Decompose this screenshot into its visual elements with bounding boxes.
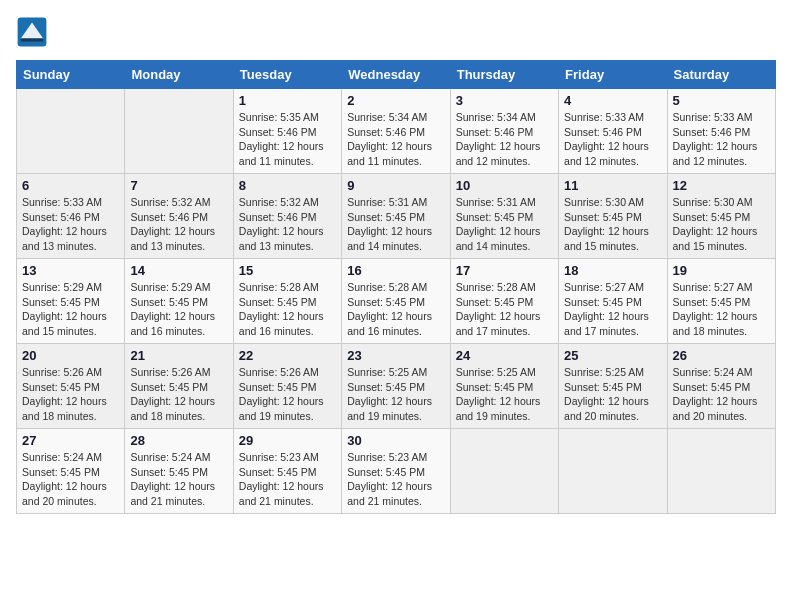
day-number: 1 xyxy=(239,93,336,108)
day-number: 30 xyxy=(347,433,444,448)
header xyxy=(16,16,776,48)
cell-content: Sunrise: 5:30 AM Sunset: 5:45 PM Dayligh… xyxy=(673,195,770,254)
calendar-cell: 3Sunrise: 5:34 AM Sunset: 5:46 PM Daylig… xyxy=(450,89,558,174)
cell-content: Sunrise: 5:28 AM Sunset: 5:45 PM Dayligh… xyxy=(239,280,336,339)
calendar-cell: 5Sunrise: 5:33 AM Sunset: 5:46 PM Daylig… xyxy=(667,89,775,174)
cell-content: Sunrise: 5:33 AM Sunset: 5:46 PM Dayligh… xyxy=(564,110,661,169)
calendar-cell: 24Sunrise: 5:25 AM Sunset: 5:45 PM Dayli… xyxy=(450,344,558,429)
day-number: 15 xyxy=(239,263,336,278)
day-number: 10 xyxy=(456,178,553,193)
day-number: 6 xyxy=(22,178,119,193)
calendar-cell: 6Sunrise: 5:33 AM Sunset: 5:46 PM Daylig… xyxy=(17,174,125,259)
cell-content: Sunrise: 5:28 AM Sunset: 5:45 PM Dayligh… xyxy=(456,280,553,339)
calendar-cell xyxy=(125,89,233,174)
day-number: 16 xyxy=(347,263,444,278)
weekday-header-monday: Monday xyxy=(125,61,233,89)
day-number: 22 xyxy=(239,348,336,363)
calendar-cell xyxy=(667,429,775,514)
cell-content: Sunrise: 5:31 AM Sunset: 5:45 PM Dayligh… xyxy=(456,195,553,254)
cell-content: Sunrise: 5:27 AM Sunset: 5:45 PM Dayligh… xyxy=(564,280,661,339)
cell-content: Sunrise: 5:24 AM Sunset: 5:45 PM Dayligh… xyxy=(22,450,119,509)
day-number: 5 xyxy=(673,93,770,108)
calendar-cell: 7Sunrise: 5:32 AM Sunset: 5:46 PM Daylig… xyxy=(125,174,233,259)
cell-content: Sunrise: 5:24 AM Sunset: 5:45 PM Dayligh… xyxy=(673,365,770,424)
cell-content: Sunrise: 5:26 AM Sunset: 5:45 PM Dayligh… xyxy=(22,365,119,424)
calendar-week-row: 6Sunrise: 5:33 AM Sunset: 5:46 PM Daylig… xyxy=(17,174,776,259)
cell-content: Sunrise: 5:31 AM Sunset: 5:45 PM Dayligh… xyxy=(347,195,444,254)
day-number: 18 xyxy=(564,263,661,278)
calendar-cell: 2Sunrise: 5:34 AM Sunset: 5:46 PM Daylig… xyxy=(342,89,450,174)
cell-content: Sunrise: 5:34 AM Sunset: 5:46 PM Dayligh… xyxy=(456,110,553,169)
calendar-cell: 17Sunrise: 5:28 AM Sunset: 5:45 PM Dayli… xyxy=(450,259,558,344)
calendar-cell: 26Sunrise: 5:24 AM Sunset: 5:45 PM Dayli… xyxy=(667,344,775,429)
cell-content: Sunrise: 5:26 AM Sunset: 5:45 PM Dayligh… xyxy=(239,365,336,424)
calendar-cell: 13Sunrise: 5:29 AM Sunset: 5:45 PM Dayli… xyxy=(17,259,125,344)
calendar-cell: 16Sunrise: 5:28 AM Sunset: 5:45 PM Dayli… xyxy=(342,259,450,344)
cell-content: Sunrise: 5:26 AM Sunset: 5:45 PM Dayligh… xyxy=(130,365,227,424)
calendar-cell: 14Sunrise: 5:29 AM Sunset: 5:45 PM Dayli… xyxy=(125,259,233,344)
calendar-cell: 30Sunrise: 5:23 AM Sunset: 5:45 PM Dayli… xyxy=(342,429,450,514)
calendar-cell: 4Sunrise: 5:33 AM Sunset: 5:46 PM Daylig… xyxy=(559,89,667,174)
calendar-cell: 19Sunrise: 5:27 AM Sunset: 5:45 PM Dayli… xyxy=(667,259,775,344)
cell-content: Sunrise: 5:32 AM Sunset: 5:46 PM Dayligh… xyxy=(130,195,227,254)
cell-content: Sunrise: 5:23 AM Sunset: 5:45 PM Dayligh… xyxy=(239,450,336,509)
day-number: 29 xyxy=(239,433,336,448)
cell-content: Sunrise: 5:25 AM Sunset: 5:45 PM Dayligh… xyxy=(456,365,553,424)
calendar-cell: 28Sunrise: 5:24 AM Sunset: 5:45 PM Dayli… xyxy=(125,429,233,514)
calendar-cell: 15Sunrise: 5:28 AM Sunset: 5:45 PM Dayli… xyxy=(233,259,341,344)
day-number: 3 xyxy=(456,93,553,108)
svg-rect-2 xyxy=(21,38,43,41)
calendar-cell: 29Sunrise: 5:23 AM Sunset: 5:45 PM Dayli… xyxy=(233,429,341,514)
cell-content: Sunrise: 5:29 AM Sunset: 5:45 PM Dayligh… xyxy=(130,280,227,339)
calendar-week-row: 1Sunrise: 5:35 AM Sunset: 5:46 PM Daylig… xyxy=(17,89,776,174)
logo-icon xyxy=(16,16,48,48)
cell-content: Sunrise: 5:33 AM Sunset: 5:46 PM Dayligh… xyxy=(673,110,770,169)
day-number: 8 xyxy=(239,178,336,193)
day-number: 7 xyxy=(130,178,227,193)
calendar-week-row: 13Sunrise: 5:29 AM Sunset: 5:45 PM Dayli… xyxy=(17,259,776,344)
day-number: 26 xyxy=(673,348,770,363)
calendar-cell: 18Sunrise: 5:27 AM Sunset: 5:45 PM Dayli… xyxy=(559,259,667,344)
day-number: 13 xyxy=(22,263,119,278)
cell-content: Sunrise: 5:32 AM Sunset: 5:46 PM Dayligh… xyxy=(239,195,336,254)
calendar-cell: 9Sunrise: 5:31 AM Sunset: 5:45 PM Daylig… xyxy=(342,174,450,259)
calendar-body: 1Sunrise: 5:35 AM Sunset: 5:46 PM Daylig… xyxy=(17,89,776,514)
cell-content: Sunrise: 5:23 AM Sunset: 5:45 PM Dayligh… xyxy=(347,450,444,509)
day-number: 27 xyxy=(22,433,119,448)
day-number: 23 xyxy=(347,348,444,363)
cell-content: Sunrise: 5:25 AM Sunset: 5:45 PM Dayligh… xyxy=(347,365,444,424)
cell-content: Sunrise: 5:25 AM Sunset: 5:45 PM Dayligh… xyxy=(564,365,661,424)
calendar-cell: 12Sunrise: 5:30 AM Sunset: 5:45 PM Dayli… xyxy=(667,174,775,259)
calendar-cell: 23Sunrise: 5:25 AM Sunset: 5:45 PM Dayli… xyxy=(342,344,450,429)
day-number: 2 xyxy=(347,93,444,108)
calendar-cell: 10Sunrise: 5:31 AM Sunset: 5:45 PM Dayli… xyxy=(450,174,558,259)
calendar-cell xyxy=(17,89,125,174)
calendar-cell xyxy=(559,429,667,514)
day-number: 17 xyxy=(456,263,553,278)
cell-content: Sunrise: 5:34 AM Sunset: 5:46 PM Dayligh… xyxy=(347,110,444,169)
calendar-week-row: 20Sunrise: 5:26 AM Sunset: 5:45 PM Dayli… xyxy=(17,344,776,429)
weekday-header-saturday: Saturday xyxy=(667,61,775,89)
logo xyxy=(16,16,52,48)
calendar-table: SundayMondayTuesdayWednesdayThursdayFrid… xyxy=(16,60,776,514)
weekday-header-sunday: Sunday xyxy=(17,61,125,89)
calendar-cell: 8Sunrise: 5:32 AM Sunset: 5:46 PM Daylig… xyxy=(233,174,341,259)
day-number: 21 xyxy=(130,348,227,363)
calendar-cell xyxy=(450,429,558,514)
calendar-cell: 25Sunrise: 5:25 AM Sunset: 5:45 PM Dayli… xyxy=(559,344,667,429)
weekday-header-friday: Friday xyxy=(559,61,667,89)
calendar-cell: 27Sunrise: 5:24 AM Sunset: 5:45 PM Dayli… xyxy=(17,429,125,514)
cell-content: Sunrise: 5:29 AM Sunset: 5:45 PM Dayligh… xyxy=(22,280,119,339)
cell-content: Sunrise: 5:33 AM Sunset: 5:46 PM Dayligh… xyxy=(22,195,119,254)
day-number: 9 xyxy=(347,178,444,193)
weekday-header-wednesday: Wednesday xyxy=(342,61,450,89)
calendar-cell: 11Sunrise: 5:30 AM Sunset: 5:45 PM Dayli… xyxy=(559,174,667,259)
day-number: 25 xyxy=(564,348,661,363)
calendar-cell: 1Sunrise: 5:35 AM Sunset: 5:46 PM Daylig… xyxy=(233,89,341,174)
weekday-header-thursday: Thursday xyxy=(450,61,558,89)
day-number: 4 xyxy=(564,93,661,108)
day-number: 20 xyxy=(22,348,119,363)
day-number: 12 xyxy=(673,178,770,193)
calendar-cell: 22Sunrise: 5:26 AM Sunset: 5:45 PM Dayli… xyxy=(233,344,341,429)
day-number: 19 xyxy=(673,263,770,278)
